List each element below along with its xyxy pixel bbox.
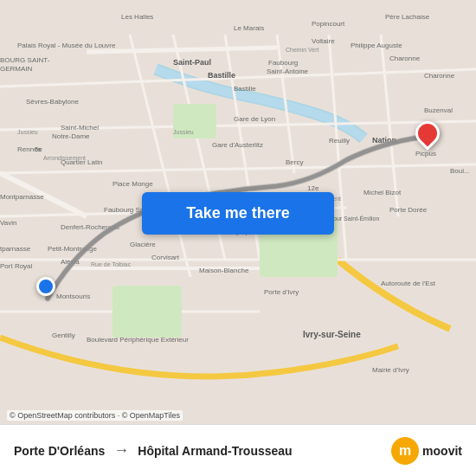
svg-text:Autoroute de l'Est: Autoroute de l'Est [381,280,436,287]
svg-text:Ivry-sur-Seine: Ivry-sur-Seine [303,330,361,339]
svg-text:Gare d'Austerlitz: Gare d'Austerlitz [212,141,263,149]
svg-text:Bastille: Bastille [234,85,256,93]
svg-text:Saint-Michel: Saint-Michel [61,124,99,132]
svg-text:Voltaire: Voltaire [312,37,335,45]
svg-text:Rennes: Rennes [17,145,42,153]
bottom-bar: Porte D'Orléans → Hôpital Armand-Trousse… [0,424,476,476]
svg-text:Arrondissement: Arrondissement [43,155,86,161]
svg-text:Michel Bizot: Michel Bizot [363,189,402,196]
destination-marker [415,121,440,152]
svg-text:Mairie d'Ivry: Mairie d'Ivry [372,366,409,374]
svg-text:Jussieu: Jussieu [173,129,194,135]
svg-text:Jussieu: Jussieu [17,129,38,135]
svg-text:Nation: Nation [372,136,396,145]
svg-text:BOURG SAINT-: BOURG SAINT- [0,56,50,64]
svg-text:Denfert-Rochereau: Denfert-Rochereau [61,223,119,231]
svg-text:Montparnasse: Montparnasse [0,193,44,201]
svg-text:Bastille: Bastille [208,71,235,80]
svg-text:Saint-Paul: Saint-Paul [173,58,211,67]
svg-text:Alésia: Alésia [61,258,80,266]
svg-text:Les Halles: Les Halles [121,13,153,21]
moovit-icon: m [391,437,419,465]
svg-text:Rue de Tolbiac: Rue de Tolbiac [91,261,132,267]
arrow-icon: → [113,441,129,460]
svg-text:Sèvres-Babylone: Sèvres-Babylone [26,98,79,106]
svg-text:Palais Royal - Musée du Louvre: Palais Royal - Musée du Louvre [17,42,116,49]
svg-text:Petit-Montrouge: Petit-Montrouge [48,245,97,253]
map-container: Palais Royal - Musée du Louvre Les Halle… [0,0,476,424]
svg-text:Le Marais: Le Marais [234,24,264,32]
svg-text:Maison-Blanche: Maison-Blanche [199,267,249,274]
svg-text:Place Monge: Place Monge [113,180,153,188]
svg-text:Notre-Dame: Notre-Dame [52,132,90,140]
moovit-wordmark: moovit [422,444,462,458]
svg-text:Buzenval: Buzenval [424,106,453,114]
svg-text:Père Lachaise: Père Lachaise [385,13,430,21]
svg-text:Montsouris: Montsouris [56,293,90,300]
svg-text:Chemin Vert: Chemin Vert [286,47,319,53]
svg-text:GERMAIN: GERMAIN [0,65,33,73]
svg-text:Charonne: Charonne [424,72,455,80]
svg-text:Corvisart: Corvisart [151,254,180,261]
origin-label: Porte D'Orléans [14,444,105,458]
svg-text:tparnasse: tparnasse [0,245,31,253]
svg-text:Gentilly: Gentilly [52,331,75,339]
svg-text:Boulevard Périphérique Extérie: Boulevard Périphérique Extérieur [87,336,189,344]
svg-text:Cour Saint-Émilion: Cour Saint-Émilion [329,215,379,222]
svg-text:Faubourg: Faubourg [268,59,298,67]
origin-marker [36,277,55,296]
map-attribution: © OpenStreetMap contributors · © OpenMap… [7,410,183,421]
svg-text:Boul...: Boul... [450,167,470,175]
svg-rect-16 [113,286,182,338]
svg-text:Reuilly: Reuilly [329,137,350,145]
svg-text:Bercy: Bercy [286,158,303,166]
svg-text:Philippe Auguste: Philippe Auguste [351,42,402,49]
svg-text:Popincourt: Popincourt [312,20,345,28]
take-me-there-button[interactable]: Take me there [142,192,334,235]
svg-text:Porte d'Ivry: Porte d'Ivry [264,288,299,296]
svg-text:Glacière: Glacière [130,241,156,248]
moovit-logo: m moovit [391,437,462,465]
svg-text:12e: 12e [307,184,319,192]
svg-text:Porte Dorée: Porte Dorée [389,206,428,214]
svg-text:Port Royal: Port Royal [0,262,33,270]
svg-text:Charonne: Charonne [389,55,421,62]
svg-text:Gare de Lyon: Gare de Lyon [234,115,275,123]
svg-text:Vavin: Vavin [0,219,16,227]
svg-text:Saint-Antoine: Saint-Antoine [267,68,309,75]
destination-label: Hôpital Armand-Trousseau [138,444,292,458]
